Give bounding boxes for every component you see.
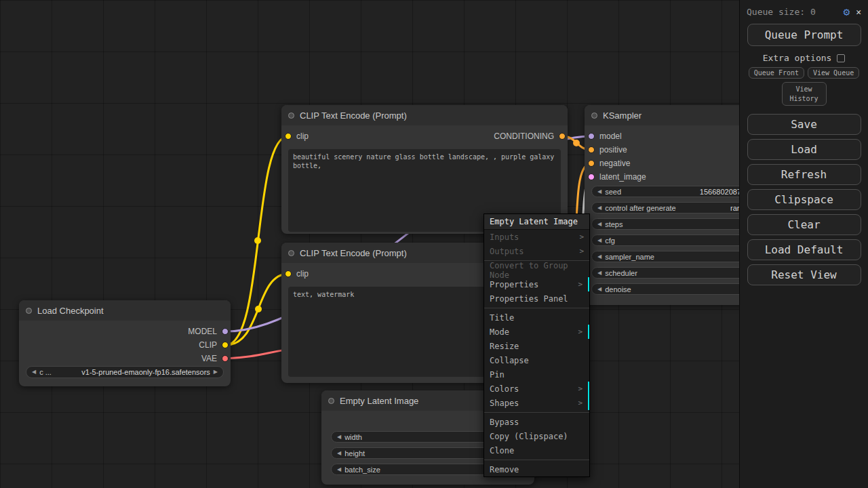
- stepper-left-arrow-icon[interactable]: ◀: [597, 222, 601, 227]
- stepper-left-arrow-icon[interactable]: ◀: [337, 434, 341, 440]
- node-context-menu: Empty Latent Image Inputs > Outputs > Co…: [484, 214, 590, 477]
- menu-item-convert-to-group-node: Convert to Group Node: [484, 263, 589, 277]
- latent-image-input-port[interactable]: [588, 174, 595, 180]
- widget-label: sampler_name: [605, 253, 654, 261]
- menu-item-label: Collapse: [490, 356, 529, 365]
- view-queue-button[interactable]: View Queue: [808, 67, 859, 79]
- sampler-name-widget[interactable]: ◀ sampler_name: [591, 251, 747, 262]
- node-ksampler[interactable]: KSampler model positive negative latent_…: [585, 105, 754, 305]
- menu-item-properties-panel[interactable]: Properties Panel: [484, 291, 589, 306]
- model-input-label: model: [599, 131, 622, 141]
- menu-item-label: Properties Panel: [490, 294, 568, 304]
- steps-widget[interactable]: ◀ steps: [591, 218, 747, 230]
- denoise-widget[interactable]: ◀ denoise: [591, 283, 747, 295]
- extra-options-checkbox[interactable]: [837, 54, 845, 62]
- clear-button[interactable]: Clear: [747, 214, 861, 235]
- widget-label: control after generate: [605, 204, 676, 212]
- widget-label: steps: [605, 220, 623, 228]
- refresh-button[interactable]: Refresh: [747, 164, 861, 185]
- load-default-button[interactable]: Load Default: [747, 239, 861, 260]
- menu-item-remove[interactable]: Remove: [484, 462, 589, 476]
- port-row: VAE: [19, 352, 231, 365]
- comfyui-app: CLIP Text Encode (Prompt) clip CONDITION…: [0, 0, 868, 488]
- menu-item-resize[interactable]: Resize: [484, 339, 589, 353]
- conditioning-output-port[interactable]: [559, 133, 566, 140]
- node-title: CLIP Text Encode (Prompt): [300, 110, 407, 121]
- collapse-dot-icon[interactable]: [26, 308, 32, 314]
- reset-view-button[interactable]: Reset View: [747, 264, 861, 285]
- stepper-left-arrow-icon[interactable]: ◀: [337, 467, 341, 472]
- clip-output-label: CLIP: [199, 340, 217, 350]
- node-header[interactable]: CLIP Text Encode (Prompt): [281, 105, 568, 125]
- menu-item-label: Remove: [490, 465, 519, 474]
- menu-item-shapes[interactable]: Shapes >: [484, 396, 589, 410]
- clipspace-button[interactable]: Clipspace: [747, 189, 861, 210]
- negative-input-port[interactable]: [588, 160, 595, 167]
- control-after-generate-widget[interactable]: ◀ control after generate ran: [591, 202, 747, 214]
- settings-gear-icon[interactable]: ⚙: [844, 5, 850, 18]
- queue-controls-row: Queue Front View Queue: [740, 67, 868, 79]
- scheduler-widget[interactable]: ◀ scheduler: [591, 267, 747, 279]
- menu-item-bypass[interactable]: Bypass: [484, 415, 589, 429]
- menu-separator: [484, 412, 589, 413]
- stepper-left-arrow-icon[interactable]: ◀: [597, 189, 601, 195]
- clip-input-port[interactable]: [285, 133, 292, 140]
- clip-input-port[interactable]: [285, 270, 292, 277]
- menu-item-copy-clipspace[interactable]: Copy (Clipspace): [484, 429, 589, 443]
- seed-widget[interactable]: ◀ seed 1566802087: [591, 186, 747, 197]
- collapse-dot-icon[interactable]: [328, 398, 334, 404]
- vae-output-port[interactable]: [222, 355, 229, 362]
- close-icon[interactable]: ✕: [856, 7, 861, 17]
- menu-item-collapse[interactable]: Collapse: [484, 353, 589, 367]
- menu-item-mode[interactable]: Mode >: [484, 325, 589, 339]
- node-header[interactable]: KSampler: [585, 105, 754, 125]
- stepper-left-arrow-icon[interactable]: ◀: [597, 254, 601, 260]
- stepper-left-arrow-icon[interactable]: ◀: [597, 270, 601, 276]
- port-row: negative: [585, 157, 754, 170]
- menu-item-colors[interactable]: Colors >: [484, 382, 589, 396]
- cfg-widget[interactable]: ◀ cfg: [591, 235, 747, 246]
- clip-input-label: clip: [296, 131, 309, 141]
- collapse-dot-icon[interactable]: [288, 250, 294, 256]
- load-button[interactable]: Load: [747, 139, 861, 160]
- submenu-arrow-icon: >: [579, 232, 584, 241]
- stepper-left-arrow-icon[interactable]: ◀: [597, 205, 601, 211]
- menu-item-label: Pin: [490, 370, 505, 380]
- view-history-button[interactable]: View History: [782, 82, 827, 106]
- combo-right-arrow-icon[interactable]: ▶: [214, 369, 218, 375]
- model-input-port[interactable]: [588, 133, 595, 140]
- negative-input-label: negative: [599, 159, 630, 168]
- node-header[interactable]: Load Checkpoint: [19, 300, 231, 321]
- menu-item-label: Shapes: [490, 399, 519, 408]
- queue-prompt-button[interactable]: Queue Prompt: [747, 24, 861, 46]
- widget-label: batch_size: [344, 466, 380, 474]
- widget-value: 1566802087: [700, 188, 741, 196]
- clip-output-port[interactable]: [222, 342, 229, 348]
- combo-left-arrow-icon[interactable]: ◀: [32, 369, 36, 375]
- collapse-dot-icon[interactable]: [288, 113, 294, 119]
- model-output-label: MODEL: [188, 327, 217, 336]
- port-row: clip CONDITIONING: [281, 129, 568, 143]
- menu-item-label: Resize: [490, 342, 519, 351]
- port-row: model: [585, 129, 754, 143]
- submenu-arrow-icon: >: [578, 399, 583, 407]
- save-button[interactable]: Save: [747, 114, 861, 135]
- menu-item-label: Inputs: [490, 232, 519, 242]
- positive-input-port[interactable]: [588, 146, 595, 153]
- queue-front-button[interactable]: Queue Front: [749, 67, 804, 79]
- stepper-left-arrow-icon[interactable]: ◀: [597, 238, 601, 243]
- node-load-checkpoint[interactable]: Load Checkpoint MODEL CLIP VAE ◀ c ... v…: [19, 300, 231, 386]
- submenu-arrow-icon: >: [578, 280, 583, 289]
- menu-item-label: Copy (Clipspace): [490, 432, 568, 441]
- menu-item-clone[interactable]: Clone: [484, 443, 589, 458]
- menu-item-title[interactable]: Title: [484, 310, 589, 325]
- port-row: latent_image: [585, 170, 754, 184]
- collapse-dot-icon[interactable]: [591, 113, 597, 119]
- menu-item-label: Colors: [490, 384, 519, 394]
- queue-size-label: Queue size: 0: [747, 7, 844, 17]
- stepper-left-arrow-icon[interactable]: ◀: [337, 451, 341, 456]
- stepper-left-arrow-icon[interactable]: ◀: [597, 287, 601, 292]
- menu-item-pin[interactable]: Pin: [484, 367, 589, 382]
- ckpt-name-combo[interactable]: ◀ c ... v1-5-pruned-emaonly-fp16.safeten…: [26, 366, 224, 378]
- model-output-port[interactable]: [222, 328, 229, 335]
